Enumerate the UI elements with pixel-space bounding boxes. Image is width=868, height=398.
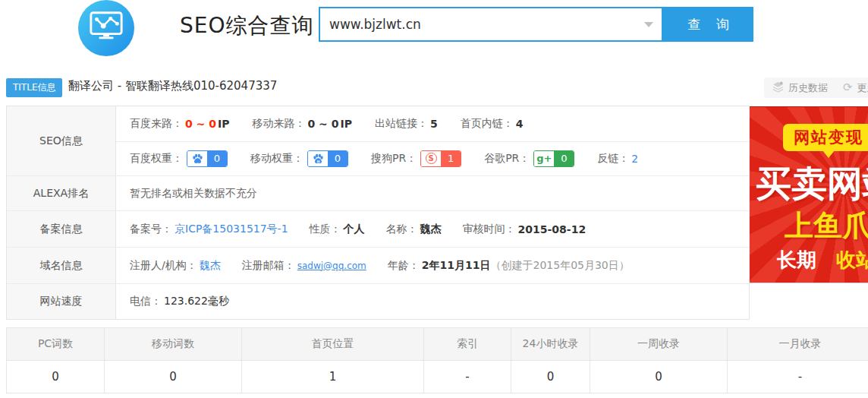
layers-icon	[772, 81, 784, 95]
history-data-button[interactable]: 历史数据	[764, 77, 836, 98]
stats-value-index: -	[424, 361, 511, 393]
ad-headline: 买卖网站	[756, 160, 868, 208]
baidu-traffic: 百度来路： 0 ~ 0 IP	[130, 117, 229, 131]
alexa-row: ALEXA排名 暂无排名或相关数据不充分	[7, 176, 749, 211]
icp-number: 备案号： 京ICP备15031517号-1	[130, 223, 288, 236]
mobile-paw-icon: M	[308, 151, 328, 166]
history-data-label: 历史数据	[788, 81, 828, 95]
site-title-text: 翻译公司 - 智联翻译热线010-62047337	[68, 79, 277, 93]
stats-header-index: 索引	[424, 328, 511, 361]
seo-info-table: SEO信息 百度来路： 0 ~ 0 IP 移动来路： 0 ~ 0 IP 出站链接…	[6, 106, 750, 320]
ad-bubble-text: 网站变现	[783, 124, 868, 151]
query-button[interactable]: 查 询	[663, 7, 753, 42]
stats-header-24h-collect: 24小时收录	[511, 328, 590, 361]
url-search-input[interactable]	[320, 17, 636, 32]
backlink-count-link[interactable]: 2	[631, 153, 638, 165]
search-box	[319, 7, 663, 42]
title-bar: TITLE信息 翻译公司 - 智联翻译热线010-62047337 历史数据 ⟳…	[0, 76, 868, 100]
alexa-value: 暂无排名或相关数据不充分	[130, 187, 257, 201]
stats-header-row: PC词数 移动词数 首页位置 索引 24小时收录 一周收录 一月收录	[7, 328, 868, 361]
mobile-weight-badge[interactable]: M 0	[307, 150, 348, 167]
sogou-icon: S	[426, 153, 437, 164]
title-info-badge: TITLE信息	[6, 78, 62, 97]
google-pr-badge[interactable]: g+ 0	[533, 150, 574, 167]
alexa-row-label: ALEXA排名	[7, 176, 116, 210]
stats-value-mobile-words: 0	[105, 361, 242, 393]
domain-created-note: （创建于2015年05月30日）	[491, 259, 630, 273]
registrant-link[interactable]: 魏杰	[200, 259, 221, 273]
domain-email: 注册邮箱： sadwj@qq.com	[242, 259, 366, 273]
stats-value-pc-words: 0	[7, 361, 105, 393]
icp-row-label: 备案信息	[7, 211, 116, 247]
icp-name: 名称： 魏杰	[386, 223, 442, 236]
ad-banner[interactable]: 网站变现 买卖网站 上鱼爪 长期 收站	[750, 106, 868, 283]
seo-traffic-subrow: 百度来路： 0 ~ 0 IP 移动来路： 0 ~ 0 IP 出站链接： 5	[116, 106, 749, 141]
icp-row: 备案信息 备案号： 京ICP备15031517号-1 性质： 个人 名称： 魏杰…	[7, 211, 749, 248]
stats-header-pc-words: PC词数	[7, 328, 105, 361]
baidu-weight: 百度权重： 0	[130, 150, 228, 167]
domain-registrant: 注册人/机构： 魏杰	[130, 259, 221, 273]
outbound-links: 出站链接： 5	[375, 117, 438, 131]
homepage-internal-links: 首页内链： 4	[461, 117, 524, 131]
stats-header-homepage-position: 首页位置	[242, 328, 424, 361]
stats-value-row: 0 0 1 - 0 0 -	[7, 361, 868, 393]
speed-row-label: 网站速度	[7, 284, 116, 319]
stats-header-month-collect: 一月收录	[728, 328, 868, 361]
seo-weight-subrow: 百度权重： 0	[116, 141, 749, 176]
domain-age: 年龄： 2年11月11日 （创建于2015年05月30日）	[388, 259, 630, 273]
stats-header-week-collect: 一周收录	[590, 328, 728, 361]
page-title: SEO综合查询	[180, 11, 314, 40]
seo-info-row: SEO信息 百度来路： 0 ~ 0 IP 移动来路： 0 ~ 0 IP 出站链接…	[7, 106, 749, 176]
svg-text:M: M	[316, 160, 319, 163]
mobile-traffic: 移动来路： 0 ~ 0 IP	[252, 117, 351, 131]
ad-subline: 上鱼爪	[785, 207, 868, 245]
icp-nature: 性质： 个人	[310, 223, 365, 236]
google-plus-icon: g+	[536, 153, 552, 164]
seo-info-row-label: SEO信息	[7, 106, 116, 175]
backlinks: 反链： 2	[597, 152, 638, 166]
stats-value-month-collect: -	[728, 361, 868, 393]
registrant-email-link[interactable]: sadwj@qq.com	[297, 261, 366, 271]
refresh-icon: ⟳	[843, 82, 853, 93]
icp-audit-date: 审核时间： 2015-08-12	[463, 223, 587, 236]
sogou-pr: 搜狗PR： S 1	[371, 150, 461, 167]
mobile-weight: 移动权重： M	[250, 150, 348, 167]
stats-value-week-collect: 0	[590, 361, 728, 393]
domain-row: 域名信息 注册人/机构： 魏杰 注册邮箱： sadwj@qq.com 年龄： 2…	[7, 248, 749, 284]
seo-query-page: SEO综合查询 查 询 TITLE信息 翻译公司 - 智联翻译热线010-620…	[0, 0, 868, 398]
search-history-dropdown[interactable]	[636, 8, 662, 40]
stats-value-24h-collect: 0	[511, 361, 590, 393]
chevron-down-icon	[644, 22, 653, 27]
baidu-weight-badge[interactable]: 0	[187, 150, 228, 167]
stats-header-mobile-words: 移动词数	[105, 328, 242, 361]
speed-row: 网站速度 电信： 123.622毫秒	[7, 284, 749, 319]
keyword-stats-table: PC词数 移动词数 首页位置 索引 24小时收录 一周收录 一月收录 0 0 1…	[6, 327, 868, 393]
refresh-data-button[interactable]: ⟳ 更新	[835, 77, 868, 98]
sogou-pr-badge[interactable]: S 1	[420, 150, 461, 167]
refresh-label: 更新	[857, 81, 868, 95]
icp-number-link[interactable]: 京ICP备15031517号-1	[175, 223, 288, 236]
app-logo	[78, 0, 134, 56]
stats-value-homepage-position: 1	[242, 361, 424, 393]
domain-row-label: 域名信息	[7, 248, 116, 283]
chart-monitor-icon	[89, 10, 124, 46]
telecom-speed: 电信： 123.622毫秒	[130, 295, 229, 308]
ad-footer-line: 长期 收站	[777, 247, 868, 273]
google-pr: 谷歌PR： g+ 0	[484, 150, 574, 167]
baidu-paw-icon	[187, 151, 207, 166]
